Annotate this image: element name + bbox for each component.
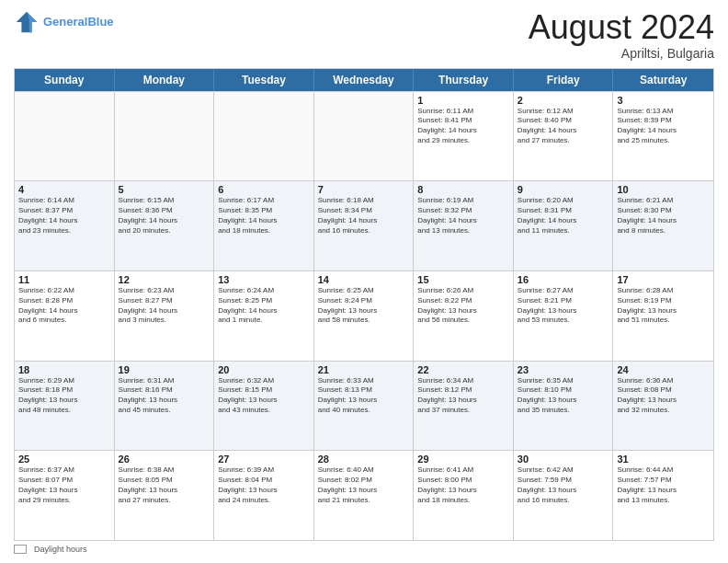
logo-line2: Blue xyxy=(87,15,113,29)
logo: GeneralBlue xyxy=(14,9,114,35)
header: GeneralBlue August 2024 Apriltsi, Bulgar… xyxy=(14,9,714,61)
day-number: 12 xyxy=(119,274,210,285)
calendar-cell: 26Sunrise: 6:38 AMSunset: 8:05 PMDayligh… xyxy=(115,451,215,540)
calendar-cell: 22Sunrise: 6:34 AMSunset: 8:12 PMDayligh… xyxy=(414,362,514,451)
footer: Daylight hours xyxy=(14,545,714,554)
cell-info: Sunrise: 6:25 AMSunset: 8:24 PMDaylight:… xyxy=(318,286,410,326)
calendar-cell: 15Sunrise: 6:26 AMSunset: 8:22 PMDayligh… xyxy=(414,271,514,361)
calendar-cell: 19Sunrise: 6:31 AMSunset: 8:16 PMDayligh… xyxy=(115,362,215,451)
weekday-header-friday: Friday xyxy=(514,69,614,91)
calendar-cell: 13Sunrise: 6:24 AMSunset: 8:25 PMDayligh… xyxy=(214,271,314,361)
cell-info: Sunrise: 6:24 AMSunset: 8:25 PMDaylight:… xyxy=(218,286,310,326)
cell-info: Sunrise: 6:35 AMSunset: 8:10 PMDaylight:… xyxy=(518,376,609,416)
day-number: 15 xyxy=(417,274,509,285)
cell-info: Sunrise: 6:28 AMSunset: 8:19 PMDaylight:… xyxy=(617,286,710,326)
cell-info: Sunrise: 6:17 AMSunset: 8:35 PMDaylight:… xyxy=(218,196,310,236)
day-number: 9 xyxy=(518,184,609,195)
calendar-row-2: 4Sunrise: 6:14 AMSunset: 8:37 PMDaylight… xyxy=(15,180,713,270)
day-number: 23 xyxy=(518,364,609,375)
cell-info: Sunrise: 6:21 AMSunset: 8:30 PMDaylight:… xyxy=(617,196,710,236)
day-number: 25 xyxy=(18,454,110,465)
day-number: 4 xyxy=(18,184,110,195)
day-number: 6 xyxy=(218,184,310,195)
legend-label: Daylight hours xyxy=(34,545,87,554)
weekday-header-wednesday: Wednesday xyxy=(314,69,415,91)
day-number: 16 xyxy=(518,274,609,285)
day-number: 14 xyxy=(318,274,410,285)
cell-info: Sunrise: 6:26 AMSunset: 8:22 PMDaylight:… xyxy=(417,286,509,326)
calendar-cell xyxy=(214,92,314,181)
calendar-cell: 25Sunrise: 6:37 AMSunset: 8:07 PMDayligh… xyxy=(15,451,115,540)
cell-info: Sunrise: 6:31 AMSunset: 8:16 PMDaylight:… xyxy=(119,376,210,416)
calendar-cell xyxy=(15,92,115,181)
cell-info: Sunrise: 6:29 AMSunset: 8:18 PMDaylight:… xyxy=(18,376,110,416)
weekday-header-saturday: Saturday xyxy=(613,69,713,91)
cell-info: Sunrise: 6:15 AMSunset: 8:36 PMDaylight:… xyxy=(119,196,210,236)
cell-info: Sunrise: 6:27 AMSunset: 8:21 PMDaylight:… xyxy=(518,286,609,326)
calendar-cell: 9Sunrise: 6:20 AMSunset: 8:31 PMDaylight… xyxy=(514,181,614,270)
calendar-row-1: 1Sunrise: 6:11 AMSunset: 8:41 PMDaylight… xyxy=(15,91,713,181)
calendar-cell: 30Sunrise: 6:42 AMSunset: 7:59 PMDayligh… xyxy=(514,451,614,540)
weekday-header-tuesday: Tuesday xyxy=(214,69,314,91)
calendar-cell: 4Sunrise: 6:14 AMSunset: 8:37 PMDaylight… xyxy=(15,181,115,270)
cell-info: Sunrise: 6:18 AMSunset: 8:34 PMDaylight:… xyxy=(318,196,410,236)
calendar: SundayMondayTuesdayWednesdayThursdayFrid… xyxy=(14,68,714,541)
cell-info: Sunrise: 6:23 AMSunset: 8:27 PMDaylight:… xyxy=(119,286,210,326)
day-number: 19 xyxy=(119,364,210,375)
day-number: 30 xyxy=(518,454,609,465)
logo-icon xyxy=(14,9,40,35)
logo-line1: General xyxy=(43,15,87,29)
title-block: August 2024 Apriltsi, Bulgaria xyxy=(529,9,714,61)
calendar-cell: 21Sunrise: 6:33 AMSunset: 8:13 PMDayligh… xyxy=(314,362,415,451)
cell-info: Sunrise: 6:42 AMSunset: 7:59 PMDaylight:… xyxy=(518,465,609,505)
day-number: 31 xyxy=(617,454,710,465)
page: GeneralBlue August 2024 Apriltsi, Bulgar… xyxy=(0,0,728,563)
calendar-cell: 8Sunrise: 6:19 AMSunset: 8:32 PMDaylight… xyxy=(414,181,514,270)
day-number: 10 xyxy=(617,184,710,195)
location-subtitle: Apriltsi, Bulgaria xyxy=(529,46,714,61)
cell-info: Sunrise: 6:37 AMSunset: 8:07 PMDaylight:… xyxy=(18,465,110,505)
day-number: 3 xyxy=(617,95,710,106)
calendar-cell: 17Sunrise: 6:28 AMSunset: 8:19 PMDayligh… xyxy=(613,271,713,361)
day-number: 26 xyxy=(119,454,210,465)
cell-info: Sunrise: 6:20 AMSunset: 8:31 PMDaylight:… xyxy=(518,196,609,236)
cell-info: Sunrise: 6:38 AMSunset: 8:05 PMDaylight:… xyxy=(119,465,210,505)
cell-info: Sunrise: 6:11 AMSunset: 8:41 PMDaylight:… xyxy=(417,107,509,146)
day-number: 1 xyxy=(417,95,509,106)
calendar-cell xyxy=(115,92,215,181)
calendar-cell: 29Sunrise: 6:41 AMSunset: 8:00 PMDayligh… xyxy=(414,451,514,540)
cell-info: Sunrise: 6:19 AMSunset: 8:32 PMDaylight:… xyxy=(417,196,509,236)
cell-info: Sunrise: 6:12 AMSunset: 8:40 PMDaylight:… xyxy=(518,107,609,146)
calendar-cell: 1Sunrise: 6:11 AMSunset: 8:41 PMDaylight… xyxy=(414,92,514,181)
calendar-body: 1Sunrise: 6:11 AMSunset: 8:41 PMDaylight… xyxy=(15,91,713,540)
calendar-cell: 31Sunrise: 6:44 AMSunset: 7:57 PMDayligh… xyxy=(613,451,713,540)
calendar-cell: 14Sunrise: 6:25 AMSunset: 8:24 PMDayligh… xyxy=(314,271,415,361)
weekday-header-thursday: Thursday xyxy=(414,69,514,91)
cell-info: Sunrise: 6:36 AMSunset: 8:08 PMDaylight:… xyxy=(617,376,710,416)
calendar-cell: 2Sunrise: 6:12 AMSunset: 8:40 PMDaylight… xyxy=(514,92,614,181)
calendar-cell: 16Sunrise: 6:27 AMSunset: 8:21 PMDayligh… xyxy=(514,271,614,361)
calendar-cell: 24Sunrise: 6:36 AMSunset: 8:08 PMDayligh… xyxy=(613,362,713,451)
cell-info: Sunrise: 6:32 AMSunset: 8:15 PMDaylight:… xyxy=(218,376,310,416)
weekday-header-sunday: Sunday xyxy=(15,69,115,91)
day-number: 8 xyxy=(417,184,509,195)
day-number: 22 xyxy=(417,364,509,375)
logo-text: GeneralBlue xyxy=(43,15,114,29)
calendar-row-4: 18Sunrise: 6:29 AMSunset: 8:18 PMDayligh… xyxy=(15,361,713,451)
calendar-cell: 6Sunrise: 6:17 AMSunset: 8:35 PMDaylight… xyxy=(214,181,314,270)
calendar-cell: 12Sunrise: 6:23 AMSunset: 8:27 PMDayligh… xyxy=(115,271,215,361)
calendar-header-row: SundayMondayTuesdayWednesdayThursdayFrid… xyxy=(15,69,713,91)
calendar-cell: 20Sunrise: 6:32 AMSunset: 8:15 PMDayligh… xyxy=(214,362,314,451)
calendar-cell: 18Sunrise: 6:29 AMSunset: 8:18 PMDayligh… xyxy=(15,362,115,451)
weekday-header-monday: Monday xyxy=(115,69,215,91)
calendar-row-3: 11Sunrise: 6:22 AMSunset: 8:28 PMDayligh… xyxy=(15,270,713,361)
day-number: 13 xyxy=(218,274,310,285)
month-title: August 2024 xyxy=(529,9,714,46)
day-number: 11 xyxy=(18,274,110,285)
day-number: 28 xyxy=(318,454,410,465)
cell-info: Sunrise: 6:34 AMSunset: 8:12 PMDaylight:… xyxy=(417,376,509,416)
cell-info: Sunrise: 6:44 AMSunset: 7:57 PMDaylight:… xyxy=(617,465,710,505)
day-number: 29 xyxy=(417,454,509,465)
day-number: 2 xyxy=(518,95,609,106)
calendar-cell: 10Sunrise: 6:21 AMSunset: 8:30 PMDayligh… xyxy=(613,181,713,270)
